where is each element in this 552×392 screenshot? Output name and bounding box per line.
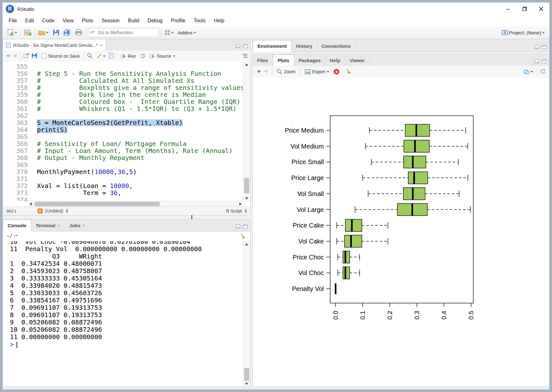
editor-line[interactable]: 368# Output - Monthly Repayment bbox=[3, 154, 243, 161]
symbol-menu[interactable]: (Untitled) bbox=[45, 208, 63, 214]
pane-layout-button[interactable] bbox=[163, 28, 175, 37]
scrollbar-thumb[interactable] bbox=[244, 368, 249, 381]
tab-environment[interactable]: Environment bbox=[253, 40, 292, 52]
document-outline-button[interactable] bbox=[242, 54, 248, 59]
tab-help[interactable]: Help bbox=[325, 55, 345, 66]
run-button[interactable]: Run bbox=[119, 53, 138, 59]
updown-icon[interactable] bbox=[66, 209, 68, 213]
maximize-window-button[interactable] bbox=[516, 3, 533, 15]
editor-line[interactable]: 365 bbox=[3, 133, 243, 140]
maximize-pane-icon[interactable] bbox=[243, 224, 248, 229]
publish-button[interactable] bbox=[522, 67, 534, 76]
scroll-up-icon[interactable] bbox=[243, 62, 250, 67]
scroll-down-icon[interactable] bbox=[243, 195, 250, 201]
scrollbar-thumb[interactable] bbox=[244, 178, 249, 193]
source-button[interactable]: Source bbox=[148, 53, 177, 59]
previous-plot-button[interactable] bbox=[256, 69, 261, 75]
file-type-menu[interactable]: R Script bbox=[226, 208, 242, 214]
close-tab-icon[interactable]: × bbox=[100, 42, 103, 48]
editor-line[interactable]: 356# Step 5 - Run the Sensitivity Analys… bbox=[3, 70, 243, 77]
tab-history[interactable]: History bbox=[292, 40, 317, 52]
editor-line[interactable]: 367# Input - Loan Amount, Term (Months),… bbox=[3, 147, 243, 154]
source-on-save-checkbox[interactable] bbox=[41, 54, 47, 59]
tab-connections[interactable]: Connections bbox=[317, 40, 355, 52]
tab-console[interactable]: Console bbox=[3, 220, 31, 231]
save-button[interactable] bbox=[52, 28, 60, 37]
minimize-window-button[interactable] bbox=[500, 3, 516, 15]
menu-plots[interactable]: Plots bbox=[78, 18, 98, 24]
editor-line[interactable]: 364print(S) bbox=[3, 126, 243, 133]
console-vertical-scrollbar[interactable] bbox=[243, 241, 250, 387]
menu-tools[interactable]: Tools bbox=[190, 18, 210, 24]
compile-report-button[interactable] bbox=[109, 53, 114, 60]
new-file-button[interactable] bbox=[6, 28, 18, 37]
editor-line[interactable]: 362 bbox=[3, 112, 243, 119]
scroll-right-icon[interactable] bbox=[237, 201, 243, 207]
tab-jobs[interactable]: Jobs× bbox=[65, 220, 90, 231]
save-source-button[interactable] bbox=[32, 53, 37, 60]
source-on-save-toggle[interactable]: Source on Save bbox=[40, 53, 82, 59]
refresh-plot-button[interactable] bbox=[540, 69, 546, 75]
editor-line[interactable]: 371 bbox=[3, 175, 243, 182]
editor-code-area[interactable]: 355356# Step 5 - Run the Sensitivity Ana… bbox=[3, 62, 243, 201]
tab-plots[interactable]: Plots bbox=[273, 54, 294, 66]
export-button[interactable]: Export bbox=[303, 69, 331, 75]
open-file-button[interactable] bbox=[37, 28, 50, 37]
tab-files[interactable]: Files bbox=[253, 55, 273, 66]
menu-file[interactable]: File bbox=[4, 18, 21, 24]
editor-line[interactable]: 372Xval = list(Loan = 10000, bbox=[3, 182, 243, 189]
minimize-pane-icon[interactable] bbox=[236, 224, 240, 229]
editor-line[interactable]: 357# Calculated At All Simulated Xs bbox=[3, 77, 243, 84]
menu-help[interactable]: Help bbox=[210, 18, 229, 24]
source-tab[interactable]: RStudio - Six Sigma MonteCarlo Simula...… bbox=[3, 40, 106, 51]
editor-line[interactable]: 359# Dark line in the centre is Median bbox=[3, 91, 243, 98]
minimize-pane-icon[interactable] bbox=[534, 45, 539, 49]
minimize-pane-icon[interactable] bbox=[236, 44, 240, 48]
scroll-left-icon[interactable] bbox=[28, 201, 33, 207]
minimize-pane-icon[interactable] bbox=[534, 59, 539, 63]
open-in-new-window-button[interactable] bbox=[24, 53, 29, 59]
back-button[interactable] bbox=[5, 54, 11, 59]
save-all-button[interactable] bbox=[62, 28, 72, 37]
goto-file-input[interactable] bbox=[98, 30, 150, 35]
addins-button[interactable]: Addins bbox=[177, 28, 197, 37]
goto-file-box[interactable] bbox=[88, 28, 159, 37]
print-button[interactable] bbox=[74, 28, 83, 37]
editor-line[interactable]: 360# Coloured box - Inter Quartile Range… bbox=[3, 98, 243, 105]
updown-icon[interactable] bbox=[244, 209, 247, 213]
clear-all-plots-button[interactable] bbox=[345, 69, 352, 75]
editor-line[interactable]: 366# Sensitivity of Loan/ Mortgage Formu… bbox=[3, 140, 243, 147]
editor-horizontal-scrollbar[interactable] bbox=[28, 201, 243, 207]
menu-debug[interactable]: Debug bbox=[143, 18, 167, 24]
rerun-button[interactable] bbox=[140, 53, 146, 59]
tab-packages[interactable]: Packages bbox=[294, 55, 325, 66]
menu-profile[interactable]: Profile bbox=[167, 18, 189, 24]
zoom-button[interactable]: Zoom bbox=[275, 68, 297, 75]
editor-line[interactable]: 374 bbox=[3, 196, 243, 201]
editor-line[interactable]: 358# Boxplots give a range of sensitivit… bbox=[3, 84, 243, 91]
clear-console-broom-icon[interactable] bbox=[240, 233, 246, 239]
remove-plot-button[interactable]: ✕ bbox=[334, 69, 339, 75]
code-tools-button[interactable] bbox=[95, 51, 106, 61]
menu-edit[interactable]: Edit bbox=[21, 18, 38, 24]
console-output[interactable]: 10 Vol Choc -0.009046070 0.02761800 0.03… bbox=[3, 241, 243, 387]
menu-build[interactable]: Build bbox=[124, 18, 144, 24]
maximize-pane-icon[interactable] bbox=[542, 45, 547, 49]
goto-working-directory-icon[interactable] bbox=[14, 234, 19, 238]
editor-line[interactable]: 361# Whiskers (Q1 - 1.5*IQR) to (Q3 + 1.… bbox=[3, 105, 243, 112]
tab-terminal[interactable]: Terminal× bbox=[31, 220, 65, 231]
editor-vertical-scrollbar[interactable] bbox=[243, 62, 250, 201]
forward-button[interactable] bbox=[13, 54, 18, 59]
find-replace-button[interactable] bbox=[87, 53, 93, 60]
close-tab-icon[interactable]: × bbox=[57, 223, 60, 228]
maximize-pane-icon[interactable] bbox=[243, 44, 248, 48]
editor-line[interactable]: 369 bbox=[3, 161, 243, 168]
menu-view[interactable]: View bbox=[59, 18, 78, 24]
editor-line[interactable]: 373 Term = 36, bbox=[3, 189, 243, 196]
close-window-button[interactable] bbox=[533, 3, 549, 15]
scroll-down-icon[interactable] bbox=[243, 381, 250, 387]
project-selector[interactable]: R Project: (None) bbox=[501, 28, 546, 37]
menu-session[interactable]: Session bbox=[98, 18, 124, 24]
editor-line[interactable]: 370MonthlyPayment(10000,36,5) bbox=[3, 168, 243, 175]
menu-code[interactable]: Code bbox=[38, 18, 58, 24]
